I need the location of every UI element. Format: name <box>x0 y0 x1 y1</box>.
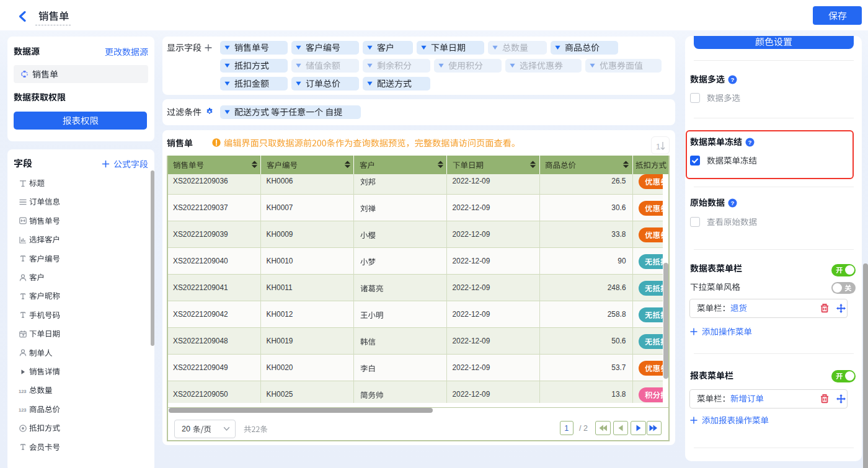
svg-text:?: ? <box>731 76 735 83</box>
svg-text:123: 123 <box>19 388 27 394</box>
svg-text:?: ? <box>731 200 735 206</box>
svg-text:123: 123 <box>19 407 27 413</box>
svg-text:?: ? <box>748 139 752 146</box>
